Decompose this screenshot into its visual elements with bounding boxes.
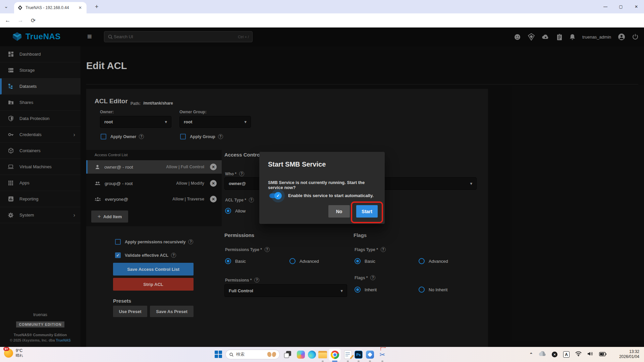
hands-emoji-icon (272, 352, 277, 357)
photoshop-button[interactable]: Ps (353, 349, 365, 361)
truenas-favicon (17, 5, 23, 10)
plus-icon: + (95, 3, 99, 10)
window-close-button[interactable]: ✕ (629, 0, 644, 13)
taskbar: 9+ 9°C 晴れ 検索 (0, 347, 644, 362)
back-button[interactable]: ← (3, 15, 13, 25)
file-explorer-button[interactable] (317, 349, 329, 361)
photos-icon (366, 351, 374, 359)
wifi-icon[interactable] (575, 351, 582, 358)
dialog-title: Start SMB Service (268, 161, 326, 168)
toggle-label: Enable this service to start automatical… (288, 193, 374, 198)
desktop: { "glyphs": { "chevron_down": "⌄", "clos… (0, 0, 644, 362)
volume-icon[interactable] (587, 351, 593, 358)
chrome-icon (331, 351, 339, 359)
chrome-button[interactable] (329, 349, 341, 361)
copilot-button[interactable] (295, 349, 307, 361)
new-tab-button[interactable]: + (95, 3, 99, 10)
weather-temp: 9°C (16, 348, 23, 353)
chevron-down-icon: ⌄ (4, 3, 8, 9)
weather-widget[interactable]: 9+ 9°C 晴れ (4, 348, 23, 358)
edge-button[interactable] (306, 349, 318, 361)
tab-search-button[interactable]: ⌄ (4, 3, 8, 9)
tab-title: TrueNAS - 192.168.0.44 (25, 5, 77, 10)
browser-tab-strip: ⌄ TrueNAS - 192.168.0.44 ✕ + — ▢ ✕ (0, 0, 644, 13)
window-minimize-button[interactable]: — (598, 0, 613, 13)
check-icon: ✓ (276, 193, 280, 198)
browser-toolbar: ← → ⟳ ⚠ 保護されていない通信 192.168.0.44/ui/datas… (0, 13, 644, 27)
file-explorer-icon (318, 351, 327, 358)
photos-button[interactable] (364, 349, 376, 361)
task-view-button[interactable] (282, 349, 294, 361)
edge-icon (308, 351, 316, 359)
tray-status-icon[interactable]: ✕ (552, 352, 557, 357)
hands-emoji-icon (267, 352, 272, 357)
copilot-icon (297, 351, 305, 359)
photoshop-icon: Ps (355, 351, 363, 359)
start-button-highlight (351, 201, 383, 223)
toggle-knob: ✓ (274, 192, 282, 199)
tray-chevron-up-icon[interactable]: ⌃ (529, 352, 533, 357)
snipping-tool-icon: ✂ (380, 351, 385, 359)
notepad-button[interactable] (342, 349, 354, 361)
enable-autostart-toggle[interactable]: ✓ (269, 193, 281, 198)
start-smb-service-dialog: Start SMB Service SMB Service is not cur… (259, 152, 385, 224)
forward-button[interactable]: → (15, 15, 25, 25)
taskbar-clock[interactable]: 13:32 2026/01/04 (619, 349, 639, 359)
weather-badge: 9+ (3, 347, 9, 351)
dialog-message: SMB Service is not currently running. St… (268, 180, 375, 190)
search-icon (229, 352, 234, 357)
window-controls: — ▢ ✕ (598, 0, 644, 13)
reload-button[interactable]: ⟳ (28, 15, 38, 25)
notepad-icon (344, 350, 352, 359)
system-tray: ⌃ ✕ A (529, 347, 606, 362)
ime-mode-icon[interactable]: A (563, 351, 570, 358)
battery-icon[interactable] (599, 352, 606, 358)
tab-close-icon[interactable]: ✕ (77, 5, 83, 10)
window-maximize-button[interactable]: ▢ (613, 0, 629, 13)
weather-condition: 晴れ (16, 353, 23, 358)
browser-tab[interactable]: TrueNAS - 192.168.0.44 ✕ (14, 2, 87, 13)
start-menu-button[interactable] (215, 351, 222, 358)
taskbar-search-box[interactable]: 検索 (225, 350, 280, 359)
sun-icon: 9+ (4, 349, 13, 358)
taskbar-search-placeholder: 検索 (236, 352, 267, 357)
no-button[interactable]: No (328, 205, 350, 218)
snipping-tool-button[interactable]: ✂ (376, 349, 388, 361)
clock-time: 13:32 (619, 349, 639, 354)
onedrive-cloud-icon[interactable] (539, 351, 546, 358)
clock-date: 2026/01/04 (619, 354, 639, 359)
